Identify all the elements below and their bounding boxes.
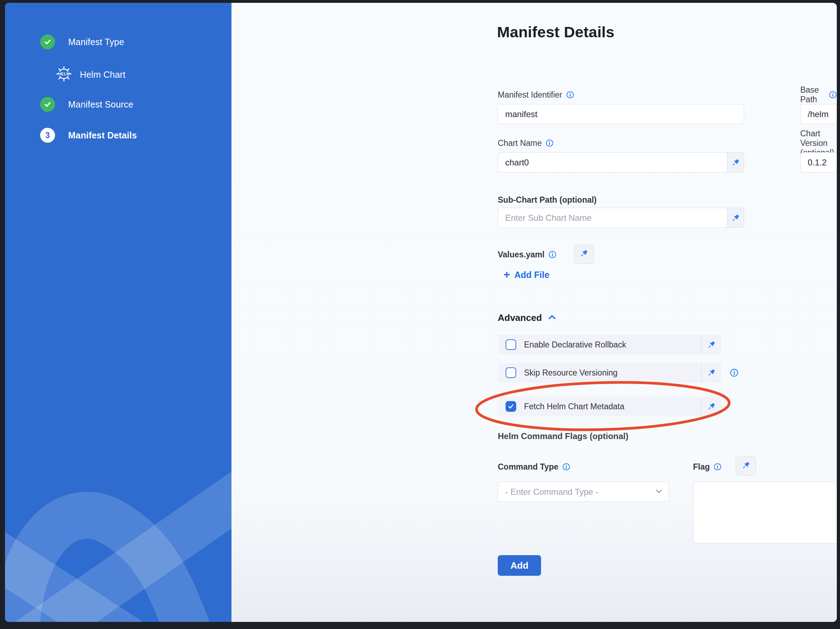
manifest-details-panel: Manifest Details Manifest Identifier Bas… bbox=[232, 3, 837, 622]
pin-icon[interactable] bbox=[701, 340, 722, 349]
step-label: Helm Chart bbox=[80, 69, 125, 80]
step-label: Manifest Source bbox=[68, 99, 134, 110]
svg-text:HELM: HELM bbox=[58, 72, 69, 76]
advanced-section-toggle[interactable]: Advanced bbox=[498, 312, 557, 323]
manifest-identifier-input[interactable] bbox=[498, 104, 744, 124]
pin-icon[interactable] bbox=[701, 368, 722, 377]
values-yaml-label: Values.yaml bbox=[498, 249, 556, 260]
helm-wheel-icon: HELM bbox=[56, 66, 72, 84]
enable-declarative-rollback-checkbox[interactable] bbox=[505, 339, 516, 350]
pin-icon bbox=[579, 249, 589, 260]
skip-resource-versioning-checkbox[interactable] bbox=[505, 367, 516, 378]
sub-chart-path-input[interactable] bbox=[505, 213, 722, 223]
step-number-badge: 3 bbox=[40, 128, 55, 143]
helm-command-flags-label: Helm Command Flags (optional) bbox=[498, 431, 628, 441]
plus-icon: + bbox=[504, 269, 510, 280]
flag-textarea[interactable] bbox=[693, 482, 837, 544]
base-path-field bbox=[800, 104, 837, 124]
flag-pin-button[interactable] bbox=[736, 457, 756, 476]
fetch-helm-chart-metadata-checkbox[interactable] bbox=[505, 401, 516, 412]
sidebar-step-manifest-type[interactable]: Manifest Type bbox=[40, 35, 124, 49]
chevron-down-icon bbox=[655, 489, 663, 495]
step-label: Manifest Details bbox=[68, 130, 137, 140]
chart-version-input[interactable] bbox=[808, 158, 837, 167]
info-icon[interactable] bbox=[714, 463, 722, 471]
info-icon[interactable] bbox=[562, 463, 570, 471]
pin-icon[interactable] bbox=[701, 402, 722, 411]
sidebar-step-manifest-source[interactable]: Manifest Source bbox=[40, 97, 134, 112]
skip-resource-versioning-row: Skip Resource Versioning bbox=[498, 363, 722, 383]
command-type-select[interactable]: - Enter Command Type - bbox=[498, 482, 669, 502]
sub-chart-path-label: Sub-Chart Path (optional) bbox=[498, 194, 597, 205]
fetch-helm-chart-metadata-row: Fetch Helm Chart Metadata bbox=[498, 397, 722, 416]
step-label: Manifest Type bbox=[68, 37, 124, 47]
step-complete-check-icon bbox=[40, 97, 55, 112]
chart-version-field bbox=[800, 152, 837, 172]
pin-icon bbox=[741, 461, 750, 471]
step-complete-check-icon bbox=[40, 35, 55, 49]
sidebar-manifest-type-helm-chart[interactable]: HELM Helm Chart bbox=[56, 66, 125, 84]
info-icon[interactable] bbox=[730, 369, 739, 377]
info-icon[interactable] bbox=[566, 91, 574, 99]
command-type-label: Command Type bbox=[498, 462, 570, 472]
pin-icon[interactable] bbox=[728, 153, 744, 172]
enable-declarative-rollback-row: Enable Declarative Rollback bbox=[498, 335, 722, 355]
chart-name-input[interactable] bbox=[505, 158, 722, 167]
sub-chart-path-field bbox=[498, 208, 744, 228]
manifest-identifier-label: Manifest Identifier bbox=[498, 90, 574, 100]
harness-logo-watermark bbox=[5, 455, 232, 622]
chart-name-label: Chart Name bbox=[498, 138, 554, 148]
pin-icon[interactable] bbox=[728, 208, 744, 227]
chevron-up-icon bbox=[548, 312, 557, 323]
base-path-label: Base Path bbox=[800, 90, 837, 100]
screen-backdrop: Manifest Type HELM bbox=[0, 0, 840, 629]
wizard-sidebar: Manifest Type HELM bbox=[5, 3, 232, 622]
info-icon[interactable] bbox=[548, 251, 556, 259]
manifest-wizard-modal: Manifest Type HELM bbox=[5, 3, 837, 622]
add-button[interactable]: Add bbox=[498, 555, 541, 576]
sidebar-step-manifest-details[interactable]: 3 Manifest Details bbox=[40, 128, 137, 143]
values-yaml-pin-button[interactable] bbox=[574, 244, 594, 264]
flag-label: Flag bbox=[693, 462, 722, 472]
add-file-button[interactable]: + Add File bbox=[504, 270, 549, 280]
info-icon[interactable] bbox=[829, 91, 837, 99]
info-icon[interactable] bbox=[546, 139, 554, 147]
base-path-input[interactable] bbox=[808, 109, 837, 119]
page-title: Manifest Details bbox=[497, 24, 614, 41]
chart-version-label: Chart Version (optional) bbox=[800, 138, 837, 148]
chart-name-field bbox=[498, 152, 744, 172]
